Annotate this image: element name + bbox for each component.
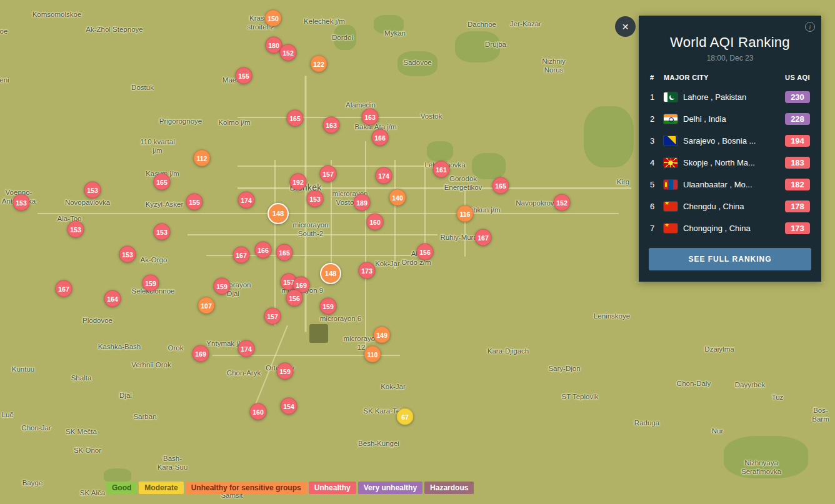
see-full-ranking-button[interactable]: SEE FULL RANKING xyxy=(649,248,811,270)
aqi-marker[interactable]: 148 xyxy=(268,203,289,224)
map-place-label: Kashka-Bash xyxy=(98,343,141,352)
aqi-marker[interactable]: 153 xyxy=(68,221,84,238)
aqi-marker[interactable]: 167 xyxy=(56,280,72,297)
aqi-marker[interactable]: 165 xyxy=(492,177,509,194)
aqi-marker[interactable]: 140 xyxy=(389,189,406,206)
map-place-label: Bayge xyxy=(22,479,43,488)
aqi-marker[interactable]: 110 xyxy=(364,346,381,363)
aqi-marker[interactable]: 165 xyxy=(287,110,304,127)
map-place-label: Kara-Djigach xyxy=(488,347,529,356)
aqi-value-badge: 230 xyxy=(785,91,810,103)
aqi-marker[interactable]: 165 xyxy=(276,244,293,261)
aqi-marker[interactable]: 154 xyxy=(281,398,298,415)
rank-column-header: # xyxy=(650,74,664,81)
aqi-marker[interactable]: 163 xyxy=(362,109,379,126)
ranking-row[interactable]: 1Lahore , Pakistan230 xyxy=(639,86,821,108)
map-place-label: Kelechek j/m xyxy=(304,17,345,26)
aqi-marker[interactable]: 155 xyxy=(186,194,203,210)
aqi-marker[interactable]: 153 xyxy=(84,182,101,199)
map-place-label: Chon-Daly xyxy=(677,380,711,388)
aqi-marker[interactable]: 122 xyxy=(311,56,328,72)
rank-number: 4 xyxy=(650,158,658,167)
ranking-row[interactable]: 5Ulaanbaatar , Mo...182 xyxy=(639,174,821,195)
legend-chip-unhealthy: Unhealthy xyxy=(309,482,356,494)
map-place-label: Dayyrbek xyxy=(735,381,766,390)
aqi-marker[interactable]: 116 xyxy=(457,205,474,222)
close-icon[interactable]: ✕ xyxy=(615,16,636,37)
aqi-value-badge: 178 xyxy=(785,200,810,212)
road-line xyxy=(38,213,619,214)
aqi-marker[interactable]: 155 xyxy=(236,67,252,84)
aqi-marker[interactable]: 165 xyxy=(154,174,171,190)
map-place-label: SK Mečta xyxy=(66,428,97,437)
ranking-row[interactable]: 4Skopje , North Ma...183 xyxy=(639,152,821,174)
city-name: Chengdu , China xyxy=(683,202,779,211)
aqi-marker[interactable]: 166 xyxy=(255,242,272,259)
ranking-row[interactable]: 2Delhi , India228 xyxy=(639,108,821,130)
ba-flag-icon xyxy=(664,136,678,146)
legend-chip-usg: Unhealthy for sensitive groups xyxy=(186,482,307,494)
aqi-marker[interactable]: 189 xyxy=(354,194,371,211)
map-place-label: Djal xyxy=(119,392,132,400)
rank-number: 1 xyxy=(650,92,658,102)
map-place-label: ST Teplovik xyxy=(561,393,598,402)
map-place-label: Kyzyl-Asker xyxy=(146,200,184,209)
map-place-label: Shalta xyxy=(71,374,92,383)
panel-title: World AQI Ranking xyxy=(649,34,811,51)
legend-chip-very_unhealthy: Very unhealthy xyxy=(358,482,422,494)
aqi-marker[interactable]: 167 xyxy=(475,229,492,246)
aqi-marker[interactable]: 157 xyxy=(320,166,337,182)
aqi-marker[interactable]: 156 xyxy=(417,244,434,260)
aqi-marker[interactable]: 161 xyxy=(433,161,450,178)
map-place-label: Mykan xyxy=(384,29,406,38)
map-place-label: Nizhnyaya Serafimovka xyxy=(741,459,781,477)
aqi-marker[interactable]: 163 xyxy=(323,117,340,134)
aqi-marker[interactable]: 192 xyxy=(290,174,307,190)
map-place-label: Prigorognoye xyxy=(159,117,202,126)
road-line xyxy=(394,160,396,269)
info-icon[interactable]: i xyxy=(805,22,815,32)
aqi-marker[interactable]: 153 xyxy=(307,190,324,207)
aqi-marker[interactable]: 156 xyxy=(286,290,303,307)
aqi-marker[interactable]: 166 xyxy=(372,129,389,146)
aqi-marker[interactable]: 173 xyxy=(359,262,376,279)
aqi-marker[interactable]: 167 xyxy=(233,247,250,264)
aqi-marker[interactable]: 153 xyxy=(154,224,171,240)
aqi-marker[interactable]: 159 xyxy=(320,298,337,315)
aqi-marker[interactable]: 152 xyxy=(554,194,571,211)
aqi-marker[interactable]: 174 xyxy=(238,192,255,209)
cn-flag-icon xyxy=(664,202,678,211)
aqi-marker[interactable]: 169 xyxy=(192,345,209,362)
aqi-marker[interactable]: 153 xyxy=(119,246,136,263)
aqi-marker[interactable]: 174 xyxy=(376,167,392,184)
map-place-label: Sadovoe xyxy=(403,59,431,67)
aqi-marker[interactable]: 160 xyxy=(367,214,384,230)
map-place-label: Jer-Kazar xyxy=(510,20,541,29)
aqi-legend: GoodModerateUnhealthy for sensitive grou… xyxy=(106,482,474,494)
road-line xyxy=(365,141,366,357)
rank-number: 6 xyxy=(650,202,658,211)
aqi-marker[interactable]: 67 xyxy=(397,408,414,425)
road-line xyxy=(238,117,438,118)
city-name: Skopje , North Ma... xyxy=(683,158,779,167)
aqi-marker[interactable]: 160 xyxy=(250,403,267,420)
aqi-marker[interactable]: 159 xyxy=(214,278,231,295)
aqi-marker[interactable]: 150 xyxy=(265,10,282,27)
panel-timestamp: 18:00, Dec 23 xyxy=(639,54,821,62)
aqi-marker[interactable]: 153 xyxy=(13,194,30,211)
ranking-row[interactable]: 3Sarajevo , Bosnia ...194 xyxy=(639,130,821,152)
map-place-label: Luč xyxy=(2,411,14,420)
aqi-marker[interactable]: 149 xyxy=(374,327,391,343)
aqi-marker[interactable]: 152 xyxy=(280,44,297,61)
aqi-marker[interactable]: 157 xyxy=(264,308,281,325)
ranking-row[interactable]: 6Chengdu , China178 xyxy=(639,195,821,217)
aqi-marker[interactable]: 159 xyxy=(277,363,294,380)
ranking-row[interactable]: 7Chongqing , China173 xyxy=(639,217,821,239)
map-place-label: Bash- Kara-Suu xyxy=(158,455,188,472)
aqi-marker[interactable]: 112 xyxy=(194,150,211,167)
aqi-marker[interactable]: 148 xyxy=(320,263,341,284)
aqi-marker[interactable]: 107 xyxy=(198,297,215,314)
aqi-marker[interactable]: 159 xyxy=(142,275,159,292)
aqi-marker[interactable]: 174 xyxy=(238,340,255,357)
aqi-marker[interactable]: 164 xyxy=(104,290,121,307)
